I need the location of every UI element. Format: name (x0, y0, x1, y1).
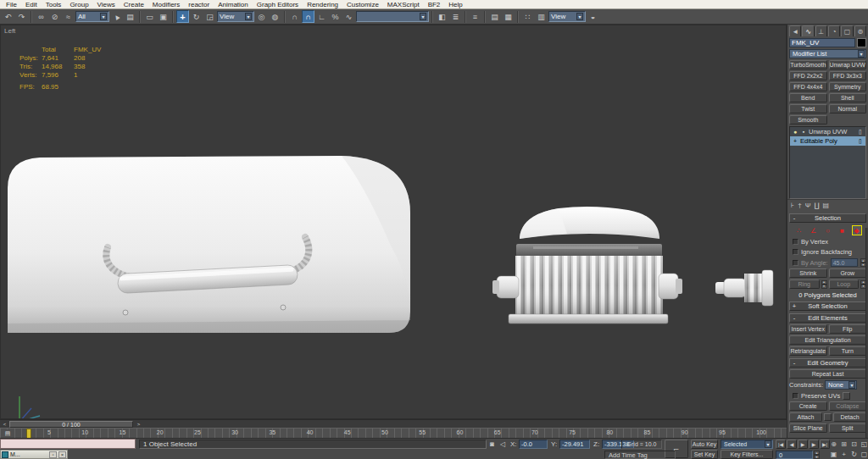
next-frame-icon[interactable]: ▶ (809, 440, 819, 449)
menu-item[interactable]: Animation (214, 1, 253, 8)
current-frame-field[interactable]: 0 (776, 451, 813, 459)
named-selection-sets-dropdown[interactable]: ▾ (356, 11, 429, 22)
ring-spinner[interactable]: ▴▾ (821, 280, 827, 289)
track-bar-ruler[interactable]: ▤ 51015202530354045505560657075808590951… (0, 428, 787, 438)
y-coord-field[interactable]: -29.491 (559, 440, 590, 449)
expand-icon[interactable]: + (792, 138, 798, 144)
snap-toggle-3d-icon[interactable]: ∩ (302, 10, 314, 23)
modifier-button[interactable]: Normal (829, 104, 867, 113)
menu-item[interactable]: Tools (42, 1, 66, 8)
ring-button[interactable]: Ring (789, 279, 820, 289)
modifier-button[interactable]: Shell (829, 93, 867, 102)
edit-elements-rollout-header[interactable]: - Edit Elements (789, 313, 866, 323)
open-mini-curve-editor-icon[interactable]: ▤ (3, 429, 13, 438)
object-color-swatch[interactable] (857, 38, 866, 47)
repeat-last-button[interactable]: Repeat Last (789, 369, 866, 379)
angle-snap-icon[interactable]: ∟ (315, 10, 328, 23)
element-subobject-icon[interactable]: ◆ (852, 225, 862, 235)
show-end-result-icon[interactable]: † (798, 202, 801, 209)
menu-item[interactable]: reactor (184, 1, 214, 8)
select-object-icon[interactable]: ▲ (108, 8, 125, 25)
stack-item-editable-poly[interactable]: + Editable Poly ▯ (790, 136, 865, 146)
select-and-rotate-icon[interactable]: ↻ (190, 10, 203, 23)
zoom-region-icon[interactable]: ⊡ (849, 440, 859, 449)
zoom-extents-icon[interactable]: ▣ (829, 450, 838, 459)
undo-icon[interactable]: ↶ (2, 10, 14, 23)
minimized-window-bar[interactable]: M... ▫ × (0, 450, 68, 459)
x-coord-field[interactable]: -0.0 (519, 440, 548, 449)
by-angle-checkbox[interactable] (793, 260, 798, 266)
play-icon[interactable]: ▶ (798, 440, 808, 449)
modifier-list-dropdown[interactable]: Modifier List ▾ (789, 49, 866, 58)
menu-item[interactable]: Rendering (303, 1, 342, 8)
menu-item[interactable]: Edit (21, 1, 42, 8)
ignore-backfacing-checkbox[interactable] (793, 249, 798, 255)
motion-tab-icon[interactable]: ◔ (828, 25, 840, 36)
time-prev-arrow[interactable]: < (1, 421, 8, 428)
selection-lock-icon[interactable]: ◙ (490, 440, 494, 448)
reference-coordinate-dropdown[interactable]: View▾ (217, 11, 254, 22)
menu-item[interactable]: MAXScript (383, 1, 424, 8)
rectangular-selection-region-icon[interactable]: ▭ (143, 10, 156, 23)
viewport-left[interactable]: Left Total FMK_UV Polys: 7,641 208 Tris:… (0, 25, 787, 419)
turn-button[interactable]: Turn (829, 346, 867, 356)
vertex-subobject-icon[interactable]: ∴ (794, 225, 804, 235)
field-of-view-icon[interactable]: ◱ (860, 440, 868, 449)
menu-item[interactable]: Group (65, 1, 92, 8)
snap-toggle-2d-icon[interactable]: ∩ (288, 10, 301, 23)
absolute-offset-mode-icon[interactable]: ◁ (500, 440, 505, 448)
redo-icon[interactable]: ↷ (15, 10, 28, 23)
insert-vertex-button[interactable]: Insert Vertex (789, 324, 827, 334)
curve-editor-icon[interactable]: ▤ (488, 10, 501, 23)
modifier-button[interactable]: Unwrap UVW (829, 60, 867, 69)
previous-frame-icon[interactable]: ◀ (787, 440, 797, 449)
selection-set-dropdown[interactable]: Selected ▾ (721, 440, 773, 449)
maximize-viewport-icon[interactable]: ▢ (860, 450, 868, 459)
unlink-selection-icon[interactable]: ⊘ (48, 10, 61, 23)
modifier-button[interactable]: Smooth (789, 115, 827, 124)
mirror-icon[interactable]: ◧ (436, 10, 448, 23)
split-button[interactable]: Split (829, 423, 867, 433)
modifier-button[interactable]: FFD 3x3x3 (829, 71, 867, 80)
detach-button[interactable]: Detach (833, 412, 866, 422)
menu-item[interactable]: Views (93, 1, 120, 8)
modifier-button[interactable]: FFD 4x4x4 (789, 82, 827, 91)
modify-tab-icon[interactable]: ∿ (802, 25, 814, 36)
modifier-button[interactable]: FFD 2x2x2 (789, 71, 827, 80)
make-unique-icon[interactable]: Ψ (805, 202, 811, 209)
add-time-tag-field[interactable]: Add Time Tag (604, 451, 676, 459)
percent-snap-icon[interactable]: % (329, 10, 342, 23)
set-key-button[interactable]: Set Key (691, 450, 718, 459)
material-editor-icon[interactable]: ∷ (521, 10, 534, 23)
pin-stack-icon[interactable]: ⊦ (791, 202, 794, 209)
spinner-snap-icon[interactable]: ∿ (342, 10, 355, 23)
configure-modifier-sets-icon[interactable]: ▤ (822, 202, 829, 209)
window-crossing-icon[interactable]: ▣ (157, 10, 170, 23)
menu-item[interactable]: File (2, 1, 21, 8)
loop-button[interactable]: Loop (829, 279, 860, 289)
create-button[interactable]: Create (789, 401, 827, 411)
shrink-button[interactable]: Shrink (789, 268, 827, 278)
hierarchy-tab-icon[interactable]: ⊥ (815, 25, 827, 36)
orbit-icon[interactable]: ↻ (849, 450, 859, 459)
soft-selection-rollout-header[interactable]: + Soft Selection (789, 301, 866, 311)
selection-rollout-header[interactable]: - Selection (789, 213, 866, 223)
modifier-stack[interactable]: ● ▪ Unwrap UVW ▯ + Editable Poly ▯ (789, 126, 866, 199)
select-by-name-icon[interactable]: ▤ (124, 10, 136, 23)
by-vertex-checkbox[interactable] (793, 239, 798, 245)
selection-filter-dropdown[interactable]: All▾ (75, 11, 109, 22)
layer-manager-icon[interactable]: ≡ (469, 10, 481, 23)
zoom-all-icon[interactable]: ⊞ (839, 440, 849, 449)
bind-to-spacewarp-icon[interactable]: ≈ (62, 10, 75, 23)
menu-item[interactable]: Help (444, 1, 466, 8)
close-window-icon[interactable]: × (58, 451, 66, 458)
menu-item[interactable]: Modifiers (148, 1, 184, 8)
attach-list-button[interactable] (824, 413, 832, 421)
select-and-manipulate-icon[interactable]: ◍ (269, 10, 281, 23)
stack-item-unwrap-uvw[interactable]: ● ▪ Unwrap UVW ▯ (790, 127, 865, 136)
retriangulate-button[interactable]: Retriangulate (789, 346, 827, 356)
menu-item[interactable]: BF2 (424, 1, 445, 8)
frame-spinner[interactable]: ▴▾ (814, 451, 820, 459)
schematic-view-icon[interactable]: ▦ (502, 10, 515, 23)
menu-item[interactable]: Graph Editors (253, 1, 303, 8)
